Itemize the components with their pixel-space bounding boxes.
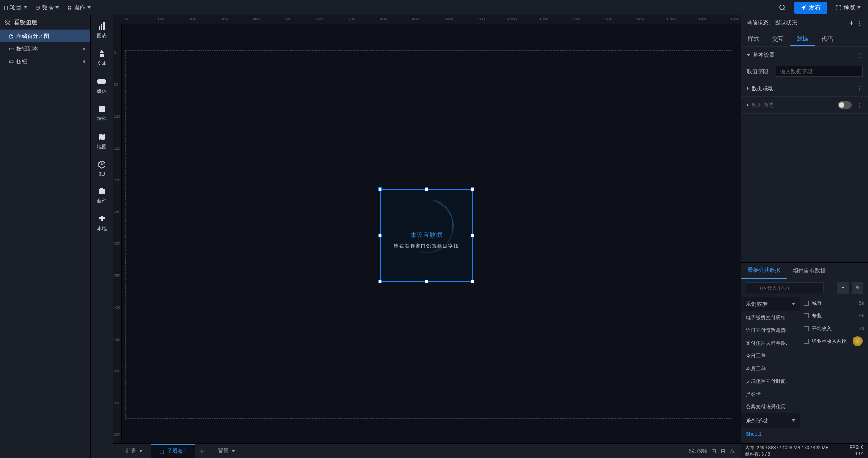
tab-interaction[interactable]: 交互 bbox=[766, 31, 790, 46]
zoom-level[interactable]: 69.79% bbox=[688, 448, 707, 454]
add-state-button[interactable]: + bbox=[849, 19, 853, 27]
tab-component-data[interactable]: 组件自有数据 bbox=[787, 263, 832, 279]
more-icon[interactable]: ⋮ bbox=[857, 85, 863, 91]
checkbox[interactable] bbox=[804, 301, 809, 306]
data-field-list: 城市Str 专业Str 平均收入123 毕业生收入占比 bbox=[800, 297, 868, 458]
edit-data-button[interactable]: ✎ bbox=[852, 282, 863, 294]
tab-board-data[interactable]: 看板公共数据 bbox=[741, 263, 787, 279]
checkbox[interactable] bbox=[804, 326, 809, 331]
tool-sidebar: 图表 文本 媒体 控件 地图 3D 套件 本地 bbox=[91, 15, 113, 458]
value-field-input[interactable] bbox=[776, 66, 863, 77]
layer-item-label: 基础百分比图 bbox=[16, 32, 49, 40]
layer-item-chart[interactable]: ◔ 基础百分比图 bbox=[0, 30, 90, 42]
resize-handle[interactable] bbox=[378, 187, 382, 191]
resize-handle[interactable] bbox=[425, 280, 428, 283]
layer-item-button-copy[interactable]: ▭ 按钮副本 ● bbox=[0, 42, 90, 55]
tab-subboard[interactable]: ▢子看板1 bbox=[151, 444, 195, 458]
layer-panel-header: 看板图层 bbox=[0, 15, 90, 30]
data-search-input[interactable] bbox=[746, 282, 824, 293]
data-source-item[interactable]: 公共支付场景使用... bbox=[741, 400, 800, 413]
data-source-item[interactable]: 指标卡 bbox=[741, 388, 800, 400]
resize-handle[interactable] bbox=[425, 187, 428, 191]
resize-handle[interactable] bbox=[378, 280, 382, 283]
tab-code[interactable]: 代码 bbox=[815, 31, 839, 46]
menu-data[interactable]: 数据 bbox=[35, 4, 59, 12]
publish-label: 发布 bbox=[809, 4, 821, 12]
publish-button[interactable]: 发布 bbox=[794, 2, 827, 14]
sheet-item[interactable]: Sheet1 bbox=[741, 428, 800, 440]
tool-label: 地图 bbox=[97, 143, 107, 150]
tool-media[interactable]: 媒体 bbox=[97, 77, 107, 95]
tool-suite[interactable]: 套件 bbox=[97, 186, 107, 204]
data-field-item[interactable]: 毕业生收入占比 bbox=[800, 335, 868, 347]
tool-chart[interactable]: 图表 bbox=[97, 21, 107, 39]
svg-line-7 bbox=[784, 9, 785, 10]
section-data-filter[interactable]: 数据筛选 ⋮ bbox=[741, 97, 868, 113]
user-avatar-icon[interactable] bbox=[853, 336, 863, 346]
resize-handle[interactable] bbox=[471, 234, 474, 237]
tool-map[interactable]: 地图 bbox=[97, 132, 107, 150]
data-field-item[interactable]: 城市Str bbox=[800, 297, 868, 309]
tab-background[interactable]: 背景 bbox=[210, 444, 243, 458]
svg-rect-0 bbox=[4, 6, 7, 10]
checkbox[interactable] bbox=[804, 339, 809, 344]
resize-handle[interactable] bbox=[471, 280, 474, 283]
tool-control[interactable]: 控件 bbox=[97, 105, 107, 122]
data-panel: 看板公共数据 组件自有数据 + ✎ 示例数据 电子缴费支付明细 近日支付笔数趋势… bbox=[741, 262, 868, 458]
menu-data-label: 数据 bbox=[42, 4, 54, 12]
visibility-icon[interactable]: ● bbox=[83, 58, 86, 65]
selected-widget[interactable]: 未设置数据 请在右侧窗口设置数据字段 bbox=[380, 189, 473, 282]
data-source-item[interactable]: 电子缴费支付明细 bbox=[741, 311, 800, 324]
data-source-item[interactable]: 近日支付笔数趋势 bbox=[741, 324, 800, 337]
resize-handle[interactable] bbox=[378, 234, 382, 237]
zoom-fit-icon[interactable]: ⊡ bbox=[712, 448, 716, 454]
add-data-button[interactable]: + bbox=[837, 282, 849, 294]
more-icon[interactable]: ⋮ bbox=[857, 52, 863, 58]
visibility-icon[interactable]: ● bbox=[83, 45, 86, 52]
status-bar: 内存: 249 / 3837 / 4096 MB 173 / 422 MB FP… bbox=[741, 443, 868, 458]
menu-operation[interactable]: 操作 bbox=[67, 4, 91, 12]
svg-rect-10 bbox=[103, 22, 105, 30]
filter-toggle[interactable] bbox=[838, 101, 852, 109]
resize-handle[interactable] bbox=[471, 187, 474, 191]
data-source-item[interactable]: 人群使用支付时间... bbox=[741, 375, 800, 388]
menu-project[interactable]: 项目 bbox=[4, 4, 27, 12]
data-source-item[interactable]: 支付使用人群年龄... bbox=[741, 337, 800, 349]
data-field-item[interactable]: 平均收入123 bbox=[800, 322, 868, 335]
tab-foreground[interactable]: 前景 bbox=[117, 444, 151, 458]
data-field-item[interactable]: 专业Str bbox=[800, 309, 868, 322]
tab-data[interactable]: 数据 bbox=[790, 31, 815, 46]
section-basic-settings[interactable]: 基本设置 ⋮ bbox=[741, 47, 868, 63]
data-source-item[interactable]: 今日工单 bbox=[741, 349, 800, 362]
tool-3d[interactable]: 3D bbox=[97, 160, 106, 176]
tool-label: 文本 bbox=[97, 60, 107, 67]
menu-operation-label: 操作 bbox=[74, 4, 85, 12]
chevron-down-icon bbox=[139, 450, 143, 452]
checkbox[interactable] bbox=[804, 313, 809, 318]
zoom-handle-icon[interactable]: ⊟ bbox=[721, 448, 725, 454]
data-source-item[interactable]: 本月工单 bbox=[741, 362, 800, 375]
preview-button[interactable]: 预览 bbox=[832, 2, 864, 14]
more-icon[interactable]: ⋮ bbox=[857, 102, 863, 108]
example-data-header[interactable]: 示例数据 bbox=[741, 297, 800, 311]
search-button[interactable] bbox=[775, 2, 790, 13]
add-tab-button[interactable]: + bbox=[195, 447, 210, 455]
svg-rect-8 bbox=[99, 26, 100, 30]
state-more-icon[interactable]: ⋮ bbox=[857, 20, 863, 26]
tool-label: 媒体 bbox=[97, 88, 107, 95]
svg-rect-12 bbox=[97, 80, 99, 83]
tool-text[interactable]: 文本 bbox=[97, 49, 107, 67]
layer-panel-title: 看板图层 bbox=[14, 18, 37, 26]
section-data-linkage[interactable]: 数据联动 ⋮ bbox=[741, 80, 868, 96]
field-label: 取值字段 bbox=[747, 68, 772, 75]
tool-local[interactable]: 本地 bbox=[97, 214, 107, 232]
svg-rect-5 bbox=[70, 8, 71, 9]
tool-label: 套件 bbox=[97, 197, 107, 204]
notification-icon[interactable]: 🕭 bbox=[730, 448, 735, 454]
tab-style[interactable]: 样式 bbox=[741, 31, 766, 46]
series-field-header[interactable]: 系列字段 bbox=[741, 413, 800, 428]
svg-rect-4 bbox=[68, 8, 69, 9]
state-value[interactable]: 默认状态 bbox=[773, 18, 799, 28]
layer-item-button[interactable]: ▭ 按钮 ● bbox=[0, 55, 90, 68]
canvas-viewport[interactable]: 未设置数据 请在右侧窗口设置数据字段 bbox=[113, 24, 741, 443]
